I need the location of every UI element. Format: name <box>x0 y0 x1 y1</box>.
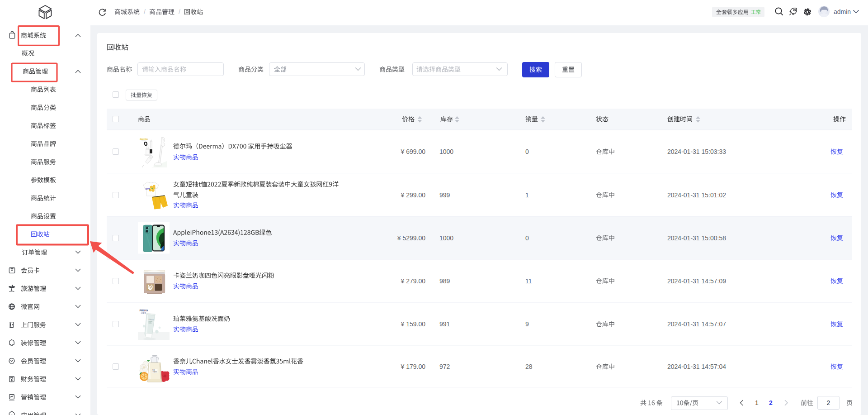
svg-text:2024-01-31 14:57:09: 2024-01-31 14:57:09 <box>667 277 726 285</box>
svg-text:2024-01-31 15:03:33: 2024-01-31 15:03:33 <box>667 148 726 155</box>
svg-text:2: 2 <box>827 399 830 406</box>
svg-text:admin: admin <box>834 8 851 15</box>
svg-text:989: 989 <box>439 277 450 285</box>
svg-text:2024-01-31 15:01:02: 2024-01-31 15:01:02 <box>667 191 726 199</box>
svg-text:¥ 179.00: ¥ 179.00 <box>401 363 426 370</box>
svg-text:9: 9 <box>525 320 529 328</box>
svg-text:/: / <box>179 8 180 15</box>
svg-text:2: 2 <box>769 399 773 406</box>
svg-text:0: 0 <box>525 234 529 242</box>
svg-text:love: love <box>146 187 150 190</box>
svg-text:1: 1 <box>525 191 529 199</box>
svg-text:11: 11 <box>525 277 532 285</box>
svg-text:28: 28 <box>525 363 533 370</box>
svg-text:2024-01-31 14:57:04: 2024-01-31 14:57:04 <box>667 363 726 370</box>
svg-text:N°5: N°5 <box>152 369 155 371</box>
svg-text:¥ 279.00: ¥ 279.00 <box>401 277 426 285</box>
svg-text:1000: 1000 <box>439 234 453 242</box>
svg-text:1000: 1000 <box>439 148 453 155</box>
svg-text:¥ 699.00: ¥ 699.00 <box>401 148 426 155</box>
svg-text:991: 991 <box>439 320 450 328</box>
svg-text:2024-01-31 14:57:07: 2024-01-31 14:57:07 <box>667 320 726 328</box>
svg-text:珀莱雅: 珀莱雅 <box>141 312 146 314</box>
svg-text:deerma: deerma <box>140 138 148 140</box>
svg-text:1: 1 <box>755 399 759 406</box>
svg-text:/: / <box>144 8 146 15</box>
svg-text:CHANEL: CHANEL <box>152 371 157 373</box>
svg-text:¥ 299.00: ¥ 299.00 <box>401 191 426 199</box>
svg-text:2024-01-31 15:00:58: 2024-01-31 15:00:58 <box>667 234 726 242</box>
svg-text:0: 0 <box>525 148 529 155</box>
svg-text:¥ 159.00: ¥ 159.00 <box>401 320 426 328</box>
svg-text:¥ 5299.00: ¥ 5299.00 <box>397 234 425 242</box>
svg-text:PROYA: PROYA <box>140 309 148 312</box>
svg-text:999: 999 <box>439 191 450 199</box>
svg-text:972: 972 <box>439 363 450 370</box>
